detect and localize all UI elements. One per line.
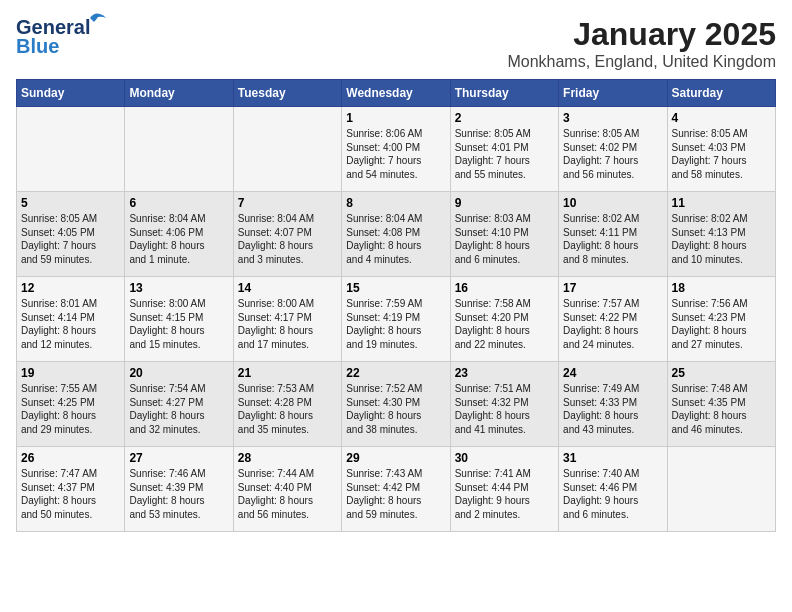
calendar-cell: 2Sunrise: 8:05 AM Sunset: 4:01 PM Daylig… <box>450 107 558 192</box>
calendar-cell: 28Sunrise: 7:44 AM Sunset: 4:40 PM Dayli… <box>233 447 341 532</box>
day-number: 9 <box>455 196 554 210</box>
calendar-cell: 19Sunrise: 7:55 AM Sunset: 4:25 PM Dayli… <box>17 362 125 447</box>
day-number: 2 <box>455 111 554 125</box>
day-number: 29 <box>346 451 445 465</box>
day-info: Sunrise: 8:06 AM Sunset: 4:00 PM Dayligh… <box>346 127 445 181</box>
calendar-cell: 21Sunrise: 7:53 AM Sunset: 4:28 PM Dayli… <box>233 362 341 447</box>
day-number: 24 <box>563 366 662 380</box>
day-info: Sunrise: 7:43 AM Sunset: 4:42 PM Dayligh… <box>346 467 445 521</box>
day-info: Sunrise: 7:46 AM Sunset: 4:39 PM Dayligh… <box>129 467 228 521</box>
calendar-cell: 6Sunrise: 8:04 AM Sunset: 4:06 PM Daylig… <box>125 192 233 277</box>
day-number: 16 <box>455 281 554 295</box>
calendar-cell: 20Sunrise: 7:54 AM Sunset: 4:27 PM Dayli… <box>125 362 233 447</box>
day-info: Sunrise: 8:04 AM Sunset: 4:07 PM Dayligh… <box>238 212 337 266</box>
weekday-header-friday: Friday <box>559 80 667 107</box>
day-info: Sunrise: 7:41 AM Sunset: 4:44 PM Dayligh… <box>455 467 554 521</box>
day-number: 18 <box>672 281 771 295</box>
day-info: Sunrise: 7:51 AM Sunset: 4:32 PM Dayligh… <box>455 382 554 436</box>
day-number: 20 <box>129 366 228 380</box>
day-number: 19 <box>21 366 120 380</box>
day-number: 1 <box>346 111 445 125</box>
location: Monkhams, England, United Kingdom <box>507 53 776 71</box>
day-number: 12 <box>21 281 120 295</box>
calendar-table: SundayMondayTuesdayWednesdayThursdayFrid… <box>16 79 776 532</box>
day-number: 25 <box>672 366 771 380</box>
day-info: Sunrise: 7:48 AM Sunset: 4:35 PM Dayligh… <box>672 382 771 436</box>
calendar-cell: 27Sunrise: 7:46 AM Sunset: 4:39 PM Dayli… <box>125 447 233 532</box>
day-info: Sunrise: 7:55 AM Sunset: 4:25 PM Dayligh… <box>21 382 120 436</box>
day-info: Sunrise: 8:05 AM Sunset: 4:02 PM Dayligh… <box>563 127 662 181</box>
day-number: 17 <box>563 281 662 295</box>
day-number: 21 <box>238 366 337 380</box>
calendar-cell: 16Sunrise: 7:58 AM Sunset: 4:20 PM Dayli… <box>450 277 558 362</box>
calendar-cell: 7Sunrise: 8:04 AM Sunset: 4:07 PM Daylig… <box>233 192 341 277</box>
day-info: Sunrise: 7:57 AM Sunset: 4:22 PM Dayligh… <box>563 297 662 351</box>
calendar-cell: 17Sunrise: 7:57 AM Sunset: 4:22 PM Dayli… <box>559 277 667 362</box>
day-info: Sunrise: 7:54 AM Sunset: 4:27 PM Dayligh… <box>129 382 228 436</box>
calendar-cell: 30Sunrise: 7:41 AM Sunset: 4:44 PM Dayli… <box>450 447 558 532</box>
day-info: Sunrise: 8:00 AM Sunset: 4:17 PM Dayligh… <box>238 297 337 351</box>
day-info: Sunrise: 8:00 AM Sunset: 4:15 PM Dayligh… <box>129 297 228 351</box>
calendar-cell: 25Sunrise: 7:48 AM Sunset: 4:35 PM Dayli… <box>667 362 775 447</box>
calendar-cell: 24Sunrise: 7:49 AM Sunset: 4:33 PM Dayli… <box>559 362 667 447</box>
day-number: 15 <box>346 281 445 295</box>
calendar-cell <box>17 107 125 192</box>
header: General Blue January 2025 Monkhams, Engl… <box>16 16 776 71</box>
day-number: 28 <box>238 451 337 465</box>
day-number: 10 <box>563 196 662 210</box>
day-info: Sunrise: 8:04 AM Sunset: 4:06 PM Dayligh… <box>129 212 228 266</box>
calendar-cell: 14Sunrise: 8:00 AM Sunset: 4:17 PM Dayli… <box>233 277 341 362</box>
day-info: Sunrise: 8:04 AM Sunset: 4:08 PM Dayligh… <box>346 212 445 266</box>
title-area: January 2025 Monkhams, England, United K… <box>507 16 776 71</box>
calendar-cell: 9Sunrise: 8:03 AM Sunset: 4:10 PM Daylig… <box>450 192 558 277</box>
calendar-cell <box>667 447 775 532</box>
month-title: January 2025 <box>507 16 776 53</box>
day-info: Sunrise: 8:02 AM Sunset: 4:11 PM Dayligh… <box>563 212 662 266</box>
logo: General Blue <box>16 16 90 58</box>
calendar-cell: 1Sunrise: 8:06 AM Sunset: 4:00 PM Daylig… <box>342 107 450 192</box>
calendar-cell: 29Sunrise: 7:43 AM Sunset: 4:42 PM Dayli… <box>342 447 450 532</box>
day-number: 13 <box>129 281 228 295</box>
calendar-cell: 15Sunrise: 7:59 AM Sunset: 4:19 PM Dayli… <box>342 277 450 362</box>
weekday-header-saturday: Saturday <box>667 80 775 107</box>
day-info: Sunrise: 7:53 AM Sunset: 4:28 PM Dayligh… <box>238 382 337 436</box>
day-info: Sunrise: 8:02 AM Sunset: 4:13 PM Dayligh… <box>672 212 771 266</box>
weekday-header-tuesday: Tuesday <box>233 80 341 107</box>
day-number: 5 <box>21 196 120 210</box>
calendar-cell: 3Sunrise: 8:05 AM Sunset: 4:02 PM Daylig… <box>559 107 667 192</box>
calendar-cell: 22Sunrise: 7:52 AM Sunset: 4:30 PM Dayli… <box>342 362 450 447</box>
logo-bird-icon <box>88 10 106 26</box>
calendar-cell <box>233 107 341 192</box>
calendar-cell: 26Sunrise: 7:47 AM Sunset: 4:37 PM Dayli… <box>17 447 125 532</box>
day-number: 23 <box>455 366 554 380</box>
day-info: Sunrise: 7:58 AM Sunset: 4:20 PM Dayligh… <box>455 297 554 351</box>
logo-general-text: General <box>16 16 90 38</box>
weekday-header-monday: Monday <box>125 80 233 107</box>
day-number: 22 <box>346 366 445 380</box>
day-info: Sunrise: 8:05 AM Sunset: 4:03 PM Dayligh… <box>672 127 771 181</box>
calendar-cell: 10Sunrise: 8:02 AM Sunset: 4:11 PM Dayli… <box>559 192 667 277</box>
calendar-cell: 11Sunrise: 8:02 AM Sunset: 4:13 PM Dayli… <box>667 192 775 277</box>
weekday-header-wednesday: Wednesday <box>342 80 450 107</box>
day-number: 3 <box>563 111 662 125</box>
day-number: 4 <box>672 111 771 125</box>
day-number: 7 <box>238 196 337 210</box>
day-number: 14 <box>238 281 337 295</box>
day-info: Sunrise: 7:56 AM Sunset: 4:23 PM Dayligh… <box>672 297 771 351</box>
day-number: 31 <box>563 451 662 465</box>
day-number: 8 <box>346 196 445 210</box>
calendar-cell: 18Sunrise: 7:56 AM Sunset: 4:23 PM Dayli… <box>667 277 775 362</box>
day-info: Sunrise: 7:52 AM Sunset: 4:30 PM Dayligh… <box>346 382 445 436</box>
calendar-cell <box>125 107 233 192</box>
day-info: Sunrise: 8:01 AM Sunset: 4:14 PM Dayligh… <box>21 297 120 351</box>
calendar-cell: 4Sunrise: 8:05 AM Sunset: 4:03 PM Daylig… <box>667 107 775 192</box>
calendar-cell: 5Sunrise: 8:05 AM Sunset: 4:05 PM Daylig… <box>17 192 125 277</box>
day-info: Sunrise: 8:05 AM Sunset: 4:01 PM Dayligh… <box>455 127 554 181</box>
calendar-cell: 23Sunrise: 7:51 AM Sunset: 4:32 PM Dayli… <box>450 362 558 447</box>
day-info: Sunrise: 8:05 AM Sunset: 4:05 PM Dayligh… <box>21 212 120 266</box>
day-info: Sunrise: 7:47 AM Sunset: 4:37 PM Dayligh… <box>21 467 120 521</box>
weekday-header-thursday: Thursday <box>450 80 558 107</box>
day-number: 6 <box>129 196 228 210</box>
calendar-cell: 8Sunrise: 8:04 AM Sunset: 4:08 PM Daylig… <box>342 192 450 277</box>
day-number: 11 <box>672 196 771 210</box>
